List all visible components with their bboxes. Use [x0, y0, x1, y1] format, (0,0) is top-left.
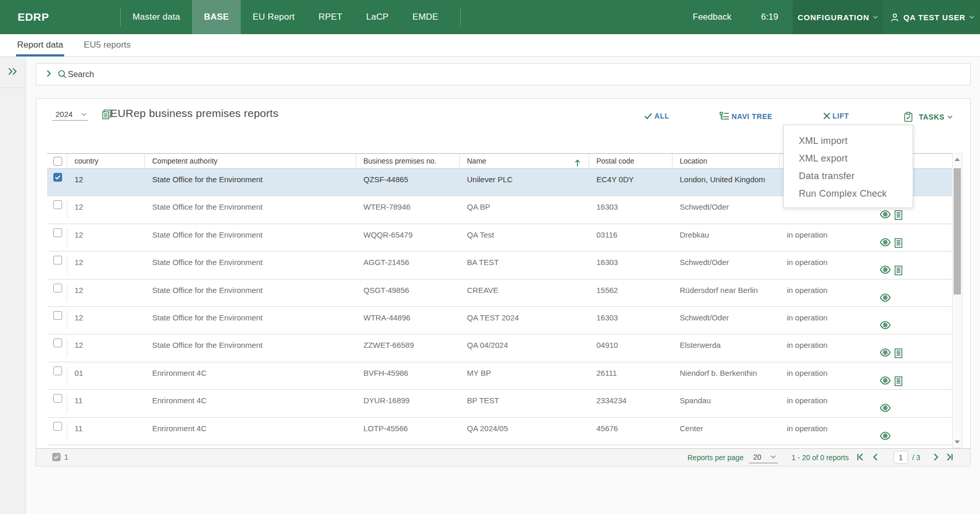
total-pages-label: / 3 [912, 453, 920, 462]
cell-name: QA TEST 2024 [460, 307, 589, 334]
table-scrollbar[interactable] [952, 153, 962, 448]
report-button-document-icon[interactable] [895, 266, 902, 277]
header-cell-location[interactable]: Location [672, 154, 780, 168]
next-page-button[interactable] [931, 453, 940, 461]
cell-country: 12 [67, 169, 145, 196]
header-cell-competent-authority[interactable]: Competent authority [145, 154, 356, 168]
nav-item-emde[interactable]: EMDE [401, 0, 450, 34]
table-row[interactable]: 01Enrironment 4CBVFH-45986MY BP26111Nien… [47, 362, 952, 390]
row-checkbox[interactable] [53, 422, 62, 431]
row-checkbox[interactable] [53, 256, 62, 265]
user-name: QA TEST USER [903, 13, 966, 22]
row-checkbox[interactable] [53, 311, 62, 320]
nav-item-base[interactable]: BASE [192, 0, 241, 34]
view-button-eye-icon[interactable] [880, 238, 891, 248]
menu-item-xml-import[interactable]: XML import [784, 132, 913, 150]
menu-item-xml-export[interactable]: XML export [784, 150, 913, 167]
tasks-button[interactable]: TASKS [904, 112, 955, 122]
report-button-document-icon[interactable] [895, 376, 902, 388]
table-row[interactable]: 11Enrironment 4CDYUR-16899BP TEST2334234… [47, 390, 952, 417]
cell-business-premises-no: DYUR-16899 [356, 390, 460, 417]
row-checkbox[interactable] [53, 394, 62, 403]
report-button-document-icon[interactable] [895, 210, 902, 222]
user-menu[interactable]: QA TEST USER [883, 0, 980, 34]
cell-postal-code: 16303 [589, 252, 672, 278]
tab-report-data[interactable]: Report data [16, 34, 64, 56]
row-checkbox[interactable] [53, 339, 62, 347]
sidebar-expand-button[interactable] [0, 57, 25, 88]
header-cell-country[interactable]: country [67, 154, 145, 168]
report-button-document-icon[interactable] [895, 238, 902, 249]
view-button-eye-icon[interactable] [880, 210, 891, 220]
menu-item-run-complex-check[interactable]: Run Complex Check [784, 185, 913, 202]
view-button-eye-icon[interactable] [880, 432, 891, 442]
column-label: Postal code [596, 157, 634, 165]
view-button-eye-icon[interactable] [880, 293, 891, 303]
header-cell-postal-code[interactable]: Postal code [589, 154, 672, 168]
cell-postal-code: 04910 [589, 334, 672, 361]
nav-item-rpet[interactable]: RPET [306, 0, 354, 34]
feedback-link[interactable]: Feedback [693, 0, 732, 34]
select-all-checkbox[interactable] [53, 157, 62, 166]
cell-location: London, United Kingdom [672, 169, 780, 196]
select-all-button[interactable]: ALL [644, 112, 669, 120]
row-checkbox[interactable] [53, 200, 62, 209]
year-select[interactable]: 2024 [52, 109, 88, 121]
table-row[interactable]: 12State Office for the EnvironmentAGGT-2… [47, 252, 952, 279]
view-button-eye-icon[interactable] [880, 321, 891, 331]
menu-item-data-transfer[interactable]: Data transfer [784, 167, 913, 185]
per-page-label: Reports per page [688, 453, 743, 462]
per-page-select[interactable]: 20 [749, 451, 778, 463]
cell-checkbox [47, 307, 67, 334]
table-row[interactable]: 12State Office for the EnvironmentZZWET-… [47, 334, 952, 362]
selection-checkbox[interactable] [52, 453, 61, 461]
cell-checkbox [47, 334, 67, 361]
row-checkbox[interactable] [53, 228, 62, 237]
configuration-menu[interactable]: CONFIGURATION [793, 0, 883, 34]
cell-postal-code: EC4Y 0DY [589, 169, 672, 196]
cell-postal-code: 15562 [589, 280, 672, 306]
search-panel[interactable]: Search [36, 63, 971, 85]
table-row[interactable]: 12State Office for the EnvironmentQSGT-4… [47, 280, 952, 307]
tab-eu5-reports[interactable]: EU5 reports [83, 34, 132, 56]
cell-competent-authority: State Office for the Environment [145, 224, 356, 251]
cell-actions [855, 252, 952, 278]
last-page-button[interactable] [945, 453, 954, 461]
table-row[interactable]: 12State Office for the EnvironmentWQQR-6… [47, 224, 952, 252]
cell-location: Elsterwerda [672, 334, 780, 361]
cell-actions [855, 418, 952, 445]
header-cell-business-premises-no[interactable]: Business premises no. [356, 154, 460, 168]
nav-item-master-data[interactable]: Master data [121, 0, 192, 34]
cell-actions [855, 334, 952, 361]
table-footer: 1 Reports per page 20 1 - 20 of 0 report… [36, 448, 970, 466]
table-row[interactable]: 12State Office for the EnvironmentWTRA-4… [47, 307, 952, 334]
page-number-input[interactable]: 1 [894, 451, 908, 464]
chevron-down-icon [770, 455, 776, 459]
row-checkbox[interactable] [53, 284, 62, 292]
prev-page-button[interactable] [872, 453, 880, 461]
scrollbar-thumb[interactable] [954, 168, 961, 295]
row-checkbox[interactable] [53, 173, 62, 182]
lift-button[interactable]: LIFT [823, 112, 849, 120]
report-button-document-icon[interactable] [895, 348, 902, 360]
table-row[interactable]: 11Enrironment 4CLOTP-45566QA 2024/054567… [47, 418, 952, 445]
cell-status: in operation [780, 252, 855, 278]
cell-business-premises-no: LOTP-45566 [356, 418, 460, 445]
first-page-button[interactable] [856, 453, 865, 461]
scroll-up-arrow[interactable] [953, 155, 962, 164]
view-button-eye-icon[interactable] [880, 266, 891, 275]
cell-name: MY BP [460, 362, 589, 389]
nav-item-eu-report[interactable]: EU Report [241, 0, 306, 34]
cell-status: in operation [780, 280, 855, 306]
nav-item-lacp[interactable]: LaCP [354, 0, 400, 34]
navi-tree-button[interactable]: NAVI TREE [720, 112, 772, 121]
cell-country: 12 [67, 196, 145, 223]
row-checkbox[interactable] [53, 366, 62, 375]
lift-label: LIFT [832, 112, 849, 120]
header-cell-name[interactable]: Name [460, 154, 589, 168]
view-button-eye-icon[interactable] [880, 376, 891, 386]
view-button-eye-icon[interactable] [880, 404, 891, 414]
chevron-down-icon [947, 115, 953, 119]
scroll-down-arrow[interactable] [953, 437, 962, 447]
view-button-eye-icon[interactable] [880, 348, 891, 358]
